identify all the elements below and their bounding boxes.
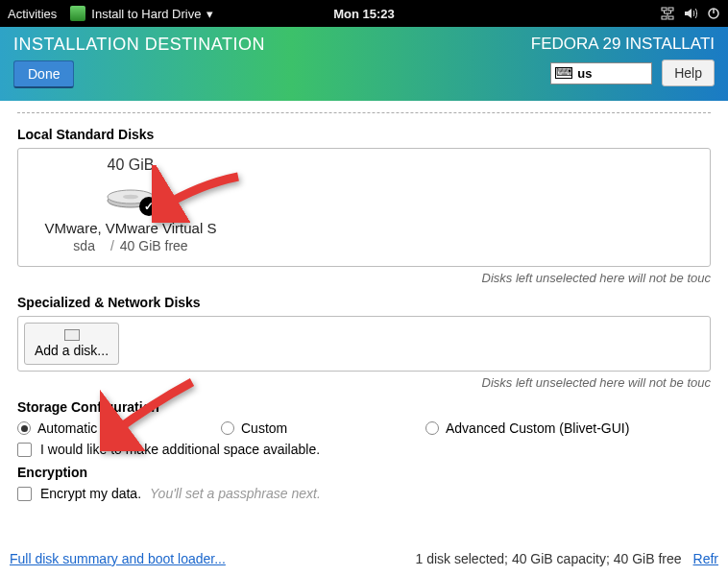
radio-icon (221, 421, 234, 435)
encrypt-checkbox[interactable] (17, 487, 32, 501)
selection-status: 1 disk selected; 40 GiB capacity; 40 GiB… (416, 551, 682, 566)
unselected-hint: Disks left unselected here will not be t… (17, 271, 711, 285)
radio-icon (17, 421, 31, 435)
keyboard-layout-label: us (577, 66, 592, 81)
volume-icon[interactable] (684, 7, 697, 20)
encryption-heading: Encryption (17, 465, 711, 480)
selected-check-icon: ✓ (139, 197, 158, 216)
unselected-hint-2: Disks left unselected here will not be t… (17, 375, 711, 390)
radio-advanced[interactable]: Advanced Custom (Blivet-GUI) (425, 420, 629, 436)
keyboard-indicator[interactable]: us (550, 62, 652, 84)
installer-icon (70, 6, 85, 21)
local-disks-heading: Local Standard Disks (17, 127, 711, 142)
disk-subtitle: sda/40 GiB free (73, 238, 187, 253)
disk-icon: ✓ (107, 180, 155, 212)
product-label: FEDORA 29 INSTALLATI (531, 35, 715, 54)
svg-point-7 (123, 195, 138, 200)
add-disk-button[interactable]: Add a disk... (24, 323, 119, 365)
network-icon[interactable] (661, 7, 674, 20)
refresh-link[interactable]: Refr (693, 551, 718, 566)
storage-config-heading: Storage Configuration (17, 399, 711, 415)
radio-automatic[interactable]: Automatic (17, 420, 221, 436)
keyboard-icon (555, 67, 572, 79)
bottom-bar: Full disk summary and boot loader... 1 d… (0, 545, 728, 576)
passphrase-hint: You'll set a passphrase next. (150, 486, 321, 501)
gnome-topbar: Activities Install to Hard Drive ▾ Mon 1… (0, 0, 728, 27)
radio-custom[interactable]: Custom (221, 420, 425, 436)
disk-name-label: VMware, VMware Virtual S (45, 220, 217, 236)
svg-rect-0 (662, 8, 667, 11)
app-menu-label: Install to Hard Drive (91, 7, 201, 21)
encrypt-label: Encrypt my data. (40, 486, 141, 501)
add-disk-label: Add a disk... (35, 343, 109, 358)
radio-advanced-label: Advanced Custom (Blivet-GUI) (446, 420, 629, 436)
network-disks-heading: Specialized & Network Disks (17, 295, 711, 310)
add-disk-icon (64, 329, 80, 341)
network-disks-frame: Add a disk... (17, 316, 711, 372)
disk-size-label: 40 GiB (108, 156, 155, 174)
done-button[interactable]: Done (13, 60, 74, 88)
power-icon[interactable] (707, 7, 720, 20)
separator (17, 112, 711, 113)
local-disks-frame: 40 GiB ✓ VMware, VMware Virtual S sda/40… (17, 148, 711, 267)
app-menu[interactable]: Install to Hard Drive ▾ (70, 6, 213, 21)
radio-custom-label: Custom (241, 420, 287, 436)
radio-automatic-label: Automatic (37, 420, 97, 436)
content-area: Local Standard Disks 40 GiB ✓ VMware, VM… (0, 101, 728, 501)
radio-icon (425, 421, 439, 435)
svg-rect-2 (662, 16, 667, 19)
svg-rect-3 (668, 16, 673, 19)
activities-button[interactable]: Activities (8, 7, 57, 21)
make-space-checkbox[interactable] (17, 443, 32, 457)
disk-summary-link[interactable]: Full disk summary and boot loader... (10, 551, 226, 566)
clock[interactable]: Mon 15:23 (333, 7, 395, 21)
chevron-down-icon: ▾ (206, 7, 213, 21)
help-button[interactable]: Help (662, 60, 715, 86)
disk-item[interactable]: 40 GiB ✓ VMware, VMware Virtual S sda/40… (30, 156, 231, 253)
svg-rect-1 (668, 8, 673, 11)
make-space-label: I would like to make additional space av… (40, 442, 320, 457)
anaconda-header: INSTALLATION DESTINATION Done FEDORA 29 … (0, 27, 728, 101)
